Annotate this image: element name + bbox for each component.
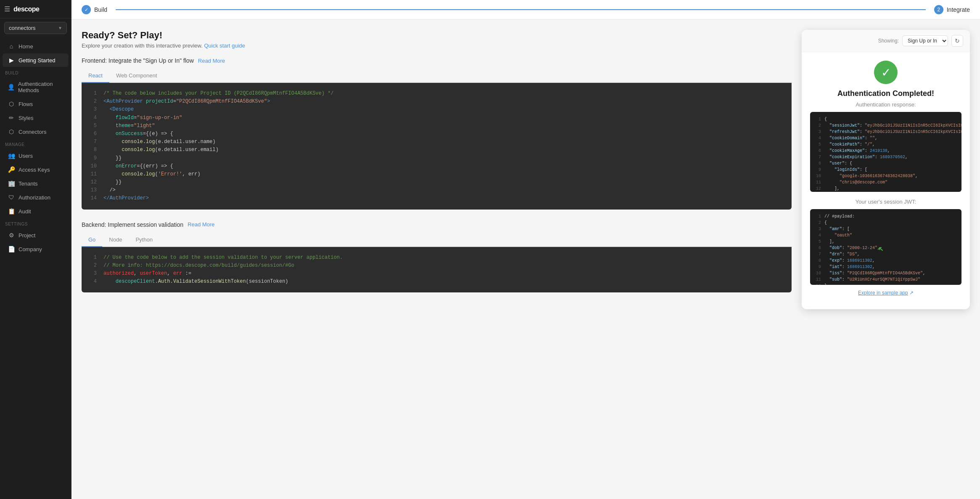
sidebar-item-label: Users xyxy=(19,153,33,159)
json-line: 9 "iat": 1686911302, xyxy=(814,264,957,270)
tab-react[interactable]: React xyxy=(82,69,109,83)
sidebar-item-label: Authorization xyxy=(19,194,50,201)
code-line: 12 }} xyxy=(88,178,785,186)
tab-python[interactable]: Python xyxy=(129,233,159,247)
step-integrate-label: Integrate xyxy=(947,6,970,13)
sidebar-item-label: Flows xyxy=(19,101,33,107)
json-line: 2 "sessionJwt": "eyJhbGciOiJSUzI1NiIsInR… xyxy=(814,122,957,129)
sidebar-item-label: Styles xyxy=(19,115,33,121)
auth-response-label: Authentication response: xyxy=(810,101,961,108)
progress-line xyxy=(116,9,926,10)
code-line: 14</AuthProvider> xyxy=(88,194,785,202)
flows-icon: ⬡ xyxy=(8,101,15,107)
json-line: 1// #payload: xyxy=(814,213,957,220)
frontend-read-more-link[interactable]: Read More xyxy=(198,58,225,64)
hamburger-icon[interactable]: ☰ xyxy=(4,5,10,13)
home-icon: ⌂ xyxy=(8,43,15,50)
step-build-label: Build xyxy=(94,6,107,13)
json-line: 8 "user": { xyxy=(814,160,957,167)
session-jwt-block: 1// #payload: 2{ 3 "amr": [ 4 "oauth" 5 … xyxy=(810,209,961,285)
json-line: 10 "google-103661636748362428038", xyxy=(814,173,957,179)
sidebar-item-users[interactable]: 👥 Users xyxy=(3,149,69,162)
workspace-label: connectors xyxy=(9,25,36,31)
json-line: 7 "cookieExpiration": 1689370502, xyxy=(814,154,957,160)
code-line: 1/* The code below includes your Project… xyxy=(88,90,785,98)
json-line: 7 "drn": "DS", xyxy=(814,251,957,257)
backend-read-more-link[interactable]: Read More xyxy=(188,221,215,228)
json-line: 5 "cookiePath": "/", xyxy=(814,141,957,148)
sidebar-item-authorization[interactable]: 🛡 Authorization xyxy=(3,191,69,204)
sidebar-item-styles[interactable]: ✏ Styles xyxy=(3,111,69,125)
tab-go[interactable]: Go xyxy=(82,233,102,247)
sidebar-item-label: Authentication Methods xyxy=(18,81,64,93)
tab-node[interactable]: Node xyxy=(102,233,129,247)
audit-icon: 📋 xyxy=(8,208,15,215)
json-line: 6 "dob": "2000-12-24",➜ xyxy=(814,245,957,251)
preview-card: Showing: Sign Up or In ↻ ✓ Authenticatio… xyxy=(802,30,970,309)
chevron-down-icon: ▼ xyxy=(58,26,62,30)
workspace-dropdown-button[interactable]: connectors ▼ xyxy=(4,22,67,34)
code-line: 6 onSuccess={(e) => { xyxy=(88,130,785,138)
sidebar-item-label: Audit xyxy=(19,208,31,215)
sidebar-item-label: Connectors xyxy=(19,129,46,135)
sidebar-item-auth-methods[interactable]: 👤 Authentication Methods xyxy=(3,77,69,97)
code-line: 4 descopeClient.Auth.ValidateSessionWith… xyxy=(88,278,785,286)
sidebar-item-tenants[interactable]: 🏢 Tenants xyxy=(3,177,69,190)
json-line: 12 ], xyxy=(814,186,957,192)
auth-completed-title: Authentication Completed! xyxy=(810,89,961,98)
backend-section: Backend: Implement session validation Re… xyxy=(82,221,792,293)
explore-sample-app-link[interactable]: Explore in sample app ↗ xyxy=(810,285,961,301)
workspace-dropdown[interactable]: connectors ▼ xyxy=(0,19,71,37)
building-icon: 🏢 xyxy=(8,180,15,187)
shield-icon: 🛡 xyxy=(8,194,15,201)
check-circle-icon: ✓ xyxy=(874,61,898,84)
play-icon: ▶ xyxy=(8,57,15,64)
frontend-section-label: Frontend: Integrate the "Sign Up or In" … xyxy=(82,57,194,64)
backend-section-label: Backend: Implement session validation xyxy=(82,221,183,228)
sidebar-item-getting-started[interactable]: ▶ Getting Started xyxy=(3,53,69,67)
progress-bar: ✓ Build 2 Integrate xyxy=(72,0,980,20)
step-build-check: ✓ xyxy=(82,5,91,14)
json-line: 10 "iss": "P2QCdI86RQpmMtnfFIO4A5BdKSve"… xyxy=(814,270,957,276)
sidebar-item-access-keys[interactable]: 🔑 Access Keys xyxy=(3,163,69,176)
frontend-tabs: React Web Component xyxy=(82,69,792,83)
json-line: 3 "amr": [ xyxy=(814,226,957,232)
frontend-code-block: 1/* The code below includes your Project… xyxy=(82,83,792,210)
showing-select[interactable]: Sign Up or In xyxy=(902,35,948,46)
json-line: 2{ xyxy=(814,220,957,226)
quick-start-link[interactable]: Quick start guide xyxy=(204,42,245,49)
sidebar-item-project[interactable]: ⚙ Project xyxy=(3,228,69,242)
refresh-button[interactable]: ↻ xyxy=(951,35,963,47)
step-integrate: 2 Integrate xyxy=(934,5,970,14)
json-line: 1{ xyxy=(814,116,957,122)
sidebar-item-company[interactable]: 📄 Company xyxy=(3,242,69,256)
sidebar-item-home[interactable]: ⌂ Home xyxy=(3,40,69,53)
code-line: 8 console.log(e.detail.user.email) xyxy=(88,146,785,154)
sidebar-build-section: ⌂ Home ▶ Getting Started Build 👤 Authent… xyxy=(0,37,71,258)
json-line: 8 "exp": 1686911302, xyxy=(814,257,957,264)
code-line: 1// Use the code below to add the sessio… xyxy=(88,254,785,262)
sidebar-item-label: Company xyxy=(19,246,42,252)
sidebar-item-label: Tenants xyxy=(19,180,38,187)
step-integrate-number: 2 xyxy=(934,5,943,14)
main-content: ✓ Build 2 Integrate Ready? Set? Play! Ex… xyxy=(72,0,980,499)
right-panel: Showing: Sign Up or In ↻ ✓ Authenticatio… xyxy=(802,30,970,489)
pencil-icon: ✏ xyxy=(8,114,15,121)
gear-icon: ⚙ xyxy=(8,232,15,239)
auth-completed-icon: ✓ xyxy=(810,61,961,84)
backend-section-header: Backend: Implement session validation Re… xyxy=(82,221,792,228)
auth-response-json: 1{ 2 "sessionJwt": "eyJhbGciOiJSUzI1NiIs… xyxy=(810,112,961,192)
code-line: 4 flowId="sign-up-or-in" xyxy=(88,114,785,122)
tab-web-component[interactable]: Web Component xyxy=(109,69,164,83)
build-section-label: Build xyxy=(0,67,71,77)
sidebar-item-flows[interactable]: ⬡ Flows xyxy=(3,97,69,111)
backend-tabs: Go Node Python xyxy=(82,233,792,247)
sidebar-item-connectors[interactable]: ⬡ Connectors xyxy=(3,125,69,138)
users-icon: 👥 xyxy=(8,152,15,159)
code-line: 9 }} xyxy=(88,154,785,162)
session-jwt-label: Your user's session JWT: xyxy=(810,199,961,205)
settings-section-label: Settings xyxy=(0,218,71,228)
sidebar-item-audit[interactable]: 📋 Audit xyxy=(3,204,69,218)
page-title: Ready? Set? Play! xyxy=(82,30,792,41)
sidebar-item-label: Getting Started xyxy=(19,57,55,64)
